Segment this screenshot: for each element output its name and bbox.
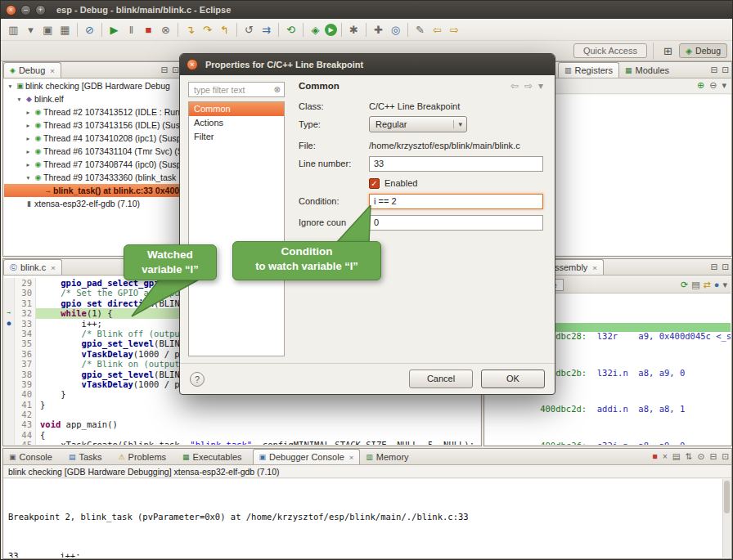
pin-console-icon[interactable]: ⊙ [698,451,705,461]
tab-tasks[interactable]: ▤ Tasks [63,449,113,464]
separator[interactable] [366,23,366,37]
step-over-icon[interactable]: ↷ [200,21,215,38]
breakpoint-gutter[interactable] [4,338,15,348]
dialog-close-button[interactable]: × [187,59,198,70]
step-return-icon[interactable]: ↰ [217,21,232,38]
window-close-button[interactable]: × [6,5,16,16]
tab-debug[interactable]: ◈ Debug × [3,62,61,78]
tab-executables[interactable]: ▦ Executables [177,449,252,464]
type-select[interactable]: Regular ▾ [369,116,467,132]
terminate-icon[interactable]: ■ [141,21,156,38]
tree-item-thread-2[interactable]: ▸ ◉ Thread #2 1073413512 (IDLE : Runn [4,105,181,119]
search-icon[interactable]: ◎ [388,21,403,38]
new-dropdown-icon[interactable]: ▾ [23,21,38,38]
dialog-nav-filter[interactable]: Filter [189,130,284,144]
debug-perspective-button[interactable]: ◈ Debug [679,43,727,58]
expander-icon[interactable]: ▸ [24,161,33,168]
save-all-icon[interactable]: ▦ [57,21,73,38]
tab-memory[interactable]: ▥ Memory [360,449,419,464]
instruction-stepping-icon[interactable]: ⇉ [259,21,274,38]
close-icon[interactable]: × [51,263,56,272]
tab-modules[interactable]: ▦ Modules [619,62,675,78]
external-tools-icon[interactable]: ✱ [346,21,362,38]
breakpoint-gutter[interactable] [4,379,15,389]
resume-icon[interactable]: ▶ [106,21,122,38]
condition-input[interactable] [369,194,543,209]
annotation-icon[interactable]: ✎ [412,21,428,38]
disconnect-icon[interactable]: ⊗ [158,21,173,38]
close-icon[interactable]: × [592,263,597,272]
console-scrollbar[interactable] [722,479,731,558]
ignore-count-input[interactable] [369,215,543,231]
breakpoint-gutter[interactable] [4,400,15,410]
breakpoint-gutter[interactable]: ● [4,319,15,329]
tree-item-thread-4[interactable]: ▸ ◉ Thread #4 1073410208 (ipc1) (Susp [4,132,181,145]
separator[interactable] [101,23,102,37]
new-wizard-icon[interactable]: ▥ [6,21,21,38]
terminate-icon[interactable]: ■ [652,451,657,461]
tree-item-thread-6[interactable]: ▸ ◉ Thread #6 1073431104 (Tmr Svc) (S [4,145,181,158]
minimize-icon[interactable]: ⊟ [710,262,717,271]
expander-icon[interactable]: ▾ [6,83,15,90]
tab-debugger-console[interactable]: ▣ Debugger Console × [253,449,361,464]
breakpoint-gutter[interactable] [4,370,15,379]
line-number-input[interactable] [369,156,543,172]
console-output[interactable]: Breakpoint 2, blink_task (pvParameter=0x… [4,479,722,558]
back-icon[interactable]: ⇦ [429,21,445,38]
window-minimize-button[interactable]: – [20,5,31,16]
tree-item-launch[interactable]: ▾ ▣ blink checking [GDB Hardware Debug [4,79,181,92]
cancel-button[interactable]: Cancel [409,370,473,388]
refresh-icon[interactable]: ⟳ [681,280,688,290]
tree-item-thread-9[interactable]: ▾ ◉ Thread #9 1073433360 (blink_task [4,171,181,184]
maximize-icon[interactable]: ⊡ [722,262,729,271]
breakpoint-gutter[interactable] [4,410,15,419]
breakpoint-gutter[interactable] [4,389,15,399]
tree-item-gdb[interactable]: ▮ xtensa-esp32-elf-gdb (7.10) [4,197,181,210]
separator[interactable] [407,23,408,37]
tree-item-thread-3[interactable]: ▸ ◉ Thread #3 1073413156 (IDLE) (Susp [4,119,181,132]
tree-item-thread-7[interactable]: ▸ ◉ Thread #7 1073408744 (ipc0) (Susp [4,158,181,171]
show-source-icon[interactable]: ▤ [691,280,699,290]
tree-item-blink-elf[interactable]: ▾ ◆ blink.elf [4,92,181,105]
add-register-group-icon[interactable]: ⊕ [697,80,704,92]
separator[interactable] [341,23,342,37]
expander-icon[interactable]: ▸ [24,122,33,129]
separator[interactable] [77,23,78,37]
window-maximize-button[interactable]: + [35,5,46,16]
breakpoint-gutter[interactable] [4,298,15,308]
separator[interactable] [236,23,237,37]
breakpoint-gutter[interactable] [4,419,15,429]
separator[interactable] [178,23,178,37]
new-file-icon[interactable]: ✚ [371,21,386,38]
close-icon[interactable]: × [349,453,354,462]
help-button[interactable]: ? [190,372,205,387]
expander-icon[interactable]: ▾ [15,96,24,103]
tab-problems[interactable]: ⚠ Problems [113,449,178,464]
tab-console[interactable]: ▣ Console [3,449,63,464]
minimize-icon[interactable]: ⊟ [160,65,168,74]
breakpoint-gutter[interactable] [4,278,15,288]
tree-item-frame-blink-task[interactable]: → blink_task() at blink.c:33 0x400db [4,184,181,197]
separator[interactable] [303,23,304,37]
save-icon[interactable]: ▣ [40,21,56,38]
breakpoint-gutter[interactable] [4,359,15,369]
breakpoint-gutter[interactable] [4,349,15,359]
maximize-icon[interactable]: ⊡ [722,65,729,74]
clear-console-icon[interactable]: ▤ [672,451,681,461]
expander-icon[interactable]: ▾ [24,174,33,181]
dialog-nav-actions[interactable]: Actions [189,116,284,130]
separator[interactable] [278,23,279,37]
tab-blink-c[interactable]: ⓒ blink.c × [3,259,62,275]
enabled-checkbox[interactable]: ✓ [369,178,380,189]
back-icon[interactable]: ⇦ [510,80,519,92]
breakpoint-gutter[interactable] [4,430,15,440]
breakpoint-gutter[interactable] [4,440,15,445]
forward-icon[interactable]: ⇨ [447,21,462,38]
view-menu-icon[interactable]: ▾ [722,80,726,92]
breakpoint-toggle-icon[interactable]: ● [714,280,720,290]
skip-all-breakpoints-icon[interactable]: ⊘ [82,21,97,38]
forward-icon[interactable]: ⇨ [524,80,533,92]
expander-icon[interactable]: ▸ [24,135,33,142]
minimize-icon[interactable]: ⊟ [710,65,717,74]
run-icon[interactable]: ▶ [325,24,337,36]
